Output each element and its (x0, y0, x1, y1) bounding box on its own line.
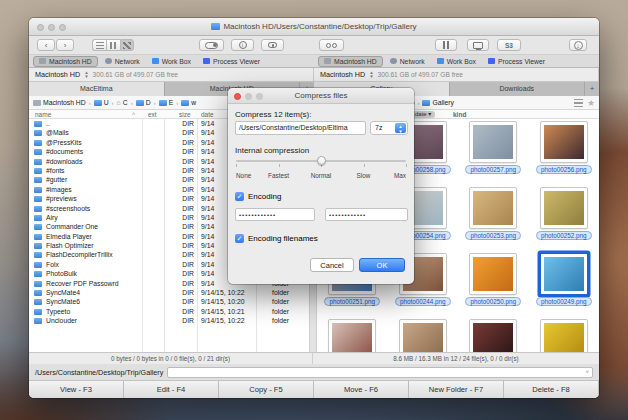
drive-stepper-icon[interactable]: ▲▼ (369, 71, 373, 78)
device-tab-work-box[interactable]: Work Box (147, 56, 196, 67)
ok-button[interactable]: OK (359, 258, 405, 272)
file-row-syncmate4[interactable]: SyncMate4DIR9/14/15, 10:22folder (29, 288, 309, 297)
preview-button[interactable] (261, 39, 284, 51)
drive-row: Macintosh HD ▲▼ 300.61 GB of 499.07 GB f… (29, 68, 599, 82)
command-line-row: /Users/Constantine/Desktop/Trip/Gallery … (29, 364, 599, 380)
photo-thumbnail[interactable] (541, 122, 587, 162)
breadcrumb-item-w[interactable]: w (181, 99, 196, 106)
network-share-button[interactable] (467, 39, 489, 51)
file-row-typeeto[interactable]: TypeetoDIR9/14/15, 10:21folder (29, 307, 309, 316)
breadcrumb-item-d[interactable]: D (136, 99, 151, 106)
dialog-close-button[interactable] (234, 93, 241, 100)
column-header-date[interactable]: date (201, 110, 214, 119)
device-tab-macintosh-hd[interactable]: Macintosh HD (318, 56, 383, 67)
photo-thumbnail[interactable] (329, 320, 375, 352)
queue-pause-button[interactable] (435, 39, 457, 51)
sort-column-date[interactable]: date ▾ (411, 111, 435, 118)
function-button-view-f3[interactable]: View - F3 (29, 381, 124, 398)
function-button-delete-f8[interactable]: Delete - F8 (504, 381, 599, 398)
column-header-name[interactable]: name (35, 110, 51, 119)
photo-item[interactable] (458, 320, 529, 352)
folder-icon (34, 309, 42, 315)
encoding-checkbox[interactable]: ✓ (235, 192, 244, 201)
tab-maceltima[interactable]: MacEltima (29, 82, 165, 96)
s3-connect-button[interactable]: S3 (497, 39, 521, 51)
slider-thumb[interactable] (317, 156, 326, 165)
file-size: DIR (164, 279, 194, 288)
toggle-panels-button[interactable] (199, 39, 224, 51)
drive-name[interactable]: Macintosh HD (320, 70, 365, 79)
downloads-button[interactable]: ↓ (569, 39, 587, 51)
device-tab-network[interactable]: Network (100, 56, 145, 67)
password-confirm-field[interactable]: •••••••••••• (325, 208, 408, 221)
chevron-down-icon[interactable]: ˅ (585, 369, 589, 375)
command-input[interactable]: ˅ (167, 367, 593, 378)
column-header-ext[interactable]: ext (148, 110, 157, 119)
photo-thumbnail[interactable] (400, 320, 446, 352)
back-button[interactable]: ‹ (37, 39, 55, 51)
device-tab-work-box[interactable]: Work Box (432, 56, 481, 67)
folder-icon (34, 290, 42, 296)
function-button-edit-f4[interactable]: Edit - F4 (124, 381, 219, 398)
function-button-move-f6[interactable]: Move - F6 (314, 381, 409, 398)
photo-item-photo00252-png[interactable]: photo00252.png (529, 188, 600, 254)
device-tab-network[interactable]: Network (385, 56, 430, 67)
device-tab-process-viewer[interactable]: Process Viewer (483, 56, 550, 67)
password-field[interactable]: •••••••••••• (235, 208, 315, 221)
file-row-unclouder[interactable]: UnclouderDIR9/14/15, 10:22folder (29, 316, 309, 325)
device-tab-macintosh-hd[interactable]: Macintosh HD (33, 56, 98, 67)
device-tab-process-viewer[interactable]: Process Viewer (198, 56, 265, 67)
photo-thumbnail[interactable] (541, 188, 587, 228)
photo-item-photo00253-png[interactable]: photo00253.png (458, 188, 529, 254)
new-tab-button-right[interactable]: + (585, 82, 599, 96)
view-full-button[interactable] (106, 39, 120, 51)
photo-item-photo00250-png[interactable]: photo00250.png (458, 254, 529, 320)
info-icon: i (239, 41, 247, 49)
column-header-size[interactable]: size (179, 110, 191, 119)
forward-button[interactable]: › (56, 39, 74, 51)
download-icon: ↓ (574, 41, 583, 50)
photo-thumbnail[interactable] (470, 188, 516, 228)
drive-stepper-icon[interactable]: ▲▼ (84, 71, 88, 78)
encoding-filenames-checkbox[interactable]: ✓ (235, 234, 244, 243)
cancel-button[interactable]: Cancel (310, 258, 354, 272)
compression-slider[interactable] (236, 160, 406, 162)
search-button[interactable] (319, 39, 344, 51)
photo-item[interactable] (529, 320, 600, 352)
view-thumbnail-button[interactable] (120, 39, 134, 51)
breadcrumb-item-u[interactable]: U (94, 99, 109, 106)
photo-thumbnail[interactable] (470, 122, 516, 162)
breadcrumb-item-gallery[interactable]: Gallery (422, 99, 454, 106)
dialog-titlebar: Compress files (228, 88, 414, 104)
photo-thumbnail[interactable] (470, 320, 516, 352)
breadcrumb-item-macintosh-hd[interactable]: Macintosh HD (33, 99, 86, 106)
favorite-star-icon[interactable]: ★ (587, 99, 595, 107)
list-mode-icon[interactable] (574, 99, 583, 107)
column-header-kind[interactable]: kind (453, 110, 466, 119)
info-button[interactable]: i (231, 39, 254, 51)
function-button-copy-f5[interactable]: Copy - F5 (219, 381, 314, 398)
photo-thumbnail[interactable] (470, 254, 516, 294)
photo-item-photo00249-png[interactable]: photo00249.png (529, 254, 600, 320)
photo-thumbnail[interactable] (541, 254, 587, 294)
function-button-new-folder-f7[interactable]: New Folder - F7 (409, 381, 504, 398)
photo-item-photo00257-png[interactable]: photo00257.png (458, 122, 529, 188)
window-title: Macintosh HD/Users/Constantine/Desktop/T… (29, 18, 599, 36)
file-row-syncmate6[interactable]: SyncMate6DIR9/14/15, 10:20folder (29, 297, 309, 306)
drive-name[interactable]: Macintosh HD (35, 70, 80, 79)
file-size: DIR (164, 213, 194, 222)
view-brief-button[interactable] (92, 39, 106, 51)
photo-thumbnail[interactable] (541, 320, 587, 352)
file-name: SyncMate6 (46, 297, 140, 306)
slider-label-fastest: Fastest (268, 172, 289, 179)
photo-filename: photo00253.png (465, 231, 521, 240)
photo-item-photo00256-png[interactable]: photo00256.png (529, 122, 600, 188)
archive-format-select[interactable]: 7z ▲▼ (370, 121, 408, 135)
archive-path-field[interactable]: /Users/Constantine/Desktop/Eltima (235, 121, 366, 135)
tab-downloads[interactable]: Downloads (450, 82, 586, 96)
breadcrumb-item-e[interactable]: E (159, 99, 174, 106)
photo-item[interactable] (317, 320, 388, 352)
breadcrumb-item-c[interactable]: ⌂C (117, 99, 128, 106)
slider-label-slow: Slow (357, 172, 371, 179)
photo-item[interactable] (388, 320, 459, 352)
